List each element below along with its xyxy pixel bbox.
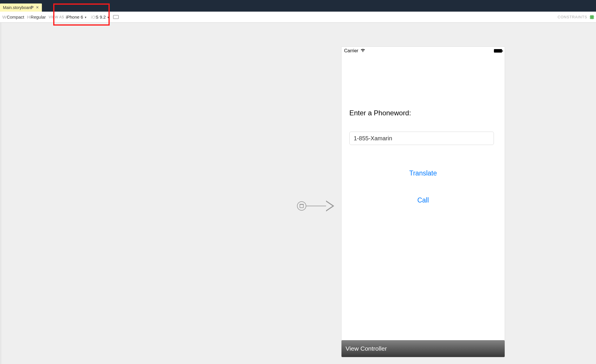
content-area: Enter a Phoneword: 1-855-Xamarin Transla… [341,55,505,204]
phoneword-text-field[interactable]: 1-855-Xamarin [349,132,494,145]
constraints-toggle-icon[interactable] [590,15,594,19]
tab-title: Main.storyboard* [3,5,34,10]
scene-dock[interactable]: View Controller [341,340,505,357]
segue-source-icon [297,201,306,211]
scene-dock-label: View Controller [346,345,387,352]
canvas[interactable]: Carrier Enter a Phoneword: 1-855-Xamarin… [0,23,596,364]
ios-version-prefix: iO [91,15,95,19]
translate-button[interactable]: Translate [349,169,497,177]
pin-icon[interactable] [30,6,33,9]
wifi-icon [360,48,365,53]
phoneword-prompt-label: Enter a Phoneword: [349,109,497,117]
svg-rect-0 [590,15,594,19]
designer-toolbar: WCompact HRegular VIEW AS iPhone 6 ▼ iO … [0,12,596,23]
call-button[interactable]: Call [349,196,497,204]
device-label: iPhone 6 [66,15,83,19]
battery-icon [494,49,502,53]
view-as-label: VIEW AS [49,15,64,19]
orientation-landscape-icon[interactable] [113,15,119,19]
initial-segue[interactable] [297,200,334,211]
ios-version-label: S 9.2 [96,15,106,19]
tab-main-storyboard[interactable]: Main.storyboard* ✕ [0,3,42,12]
text-field-value: 1-855-Xamarin [354,135,392,142]
constraints-label: CONSTRAINTS [558,15,587,19]
tab-bar: Main.storyboard* ✕ [0,3,596,12]
chevron-down-icon: ▼ [107,16,110,19]
chevron-down-icon: ▼ [84,16,87,19]
ios-version-dropdown[interactable]: S 9.2 ▼ [96,15,110,19]
carrier-label: Carrier [344,48,358,53]
close-icon[interactable]: ✕ [36,5,39,10]
device-dropdown[interactable]: iPhone 6 ▼ [66,15,87,19]
status-bar: Carrier [341,46,505,55]
size-class-selector[interactable]: WCompact HRegular [2,15,46,19]
arrow-right-icon [326,200,334,211]
iphone-canvas[interactable]: Carrier Enter a Phoneword: 1-855-Xamarin… [341,46,505,357]
